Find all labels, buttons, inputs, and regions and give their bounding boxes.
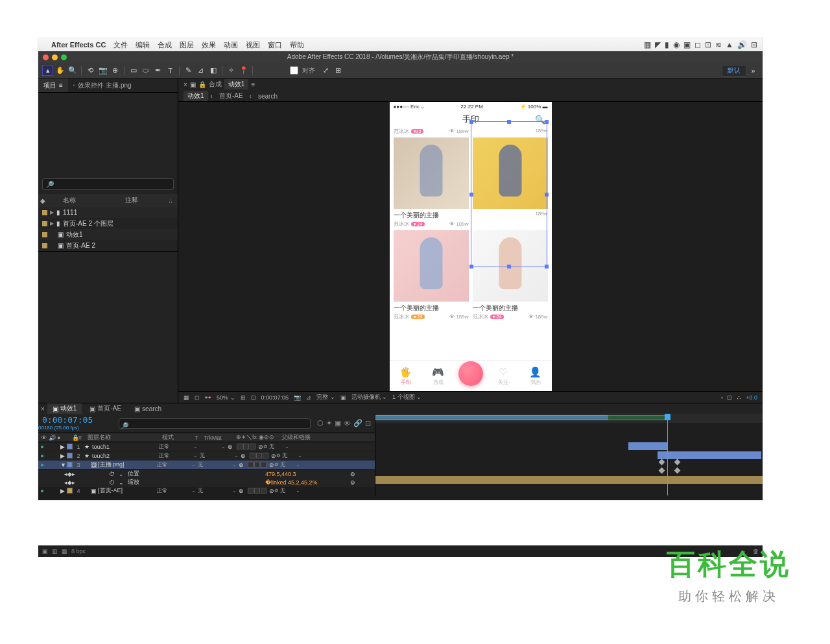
tl-icon[interactable]: ⬡	[317, 419, 324, 427]
views-menu[interactable]: 1 个视图 ⌄	[392, 393, 421, 401]
menu-window[interactable]: 窗口	[268, 40, 282, 50]
layer-row[interactable]: ●▶4▣[首页-AE]正常⌄无⌄⊕⊘⊚ 无⌄	[38, 486, 375, 495]
grid-icon[interactable]: ⊞	[241, 394, 246, 401]
project-items: ▶▮1111 ▶▮首页-AE 2 个图层 ▣动效1 ▣首页-AE 2	[38, 207, 178, 251]
interpret-icon[interactable]: ▣	[42, 548, 48, 555]
crumb[interactable]: search	[254, 91, 281, 101]
menu-animation[interactable]: 动画	[224, 40, 238, 50]
snapshot-icon[interactable]: 📷	[294, 394, 301, 401]
layer-row[interactable]: ●▶1★touch1正常⌄⌄⊕⊘⊚ 无⌄	[38, 442, 375, 451]
layer-row[interactable]: ●▼3🖼[主播.png]正常⌄无⌄⊕⊘⊚ 无⌄	[38, 460, 375, 470]
stopwatch-icon[interactable]: ⏱	[109, 471, 115, 477]
status-icon[interactable]: ◉	[673, 40, 680, 49]
snap-checkbox[interactable]	[290, 66, 298, 75]
tl-icon[interactable]: ▣	[335, 419, 341, 427]
snap-opt-icon[interactable]: ⊞	[333, 65, 344, 76]
property-row[interactable]: ◂◆▸⏱ ⌄ 缩放�linked 45.2,45.2%⊚	[38, 478, 375, 486]
hand-tool[interactable]: ✋	[54, 65, 65, 76]
puppet-tool[interactable]: 📍	[238, 65, 249, 76]
status-icon[interactable]: ≋	[715, 40, 722, 49]
menu-layer[interactable]: 图层	[180, 40, 194, 50]
selection-tool[interactable]: ▴	[42, 65, 53, 76]
resolution-menu[interactable]: 完整 ⌄	[316, 393, 335, 401]
tl-icon[interactable]: ⊡	[365, 419, 371, 427]
roi-icon[interactable]: ▣	[340, 394, 346, 401]
maximize-button[interactable]	[61, 54, 67, 60]
timeline-tab[interactable]: ▣ 首页-AE	[84, 403, 126, 414]
app-window: After Effects CC 文件 编辑 合成 图层 效果 动画 视图 窗口…	[38, 38, 763, 500]
layer-row[interactable]: ●▶2★touch2正常⌄无⌄⊕⊘⊚ 无⌄	[38, 451, 375, 460]
guide-icon[interactable]: ⊡	[251, 394, 256, 401]
new-folder-icon[interactable]: ▥	[52, 548, 58, 555]
crumb[interactable]: 首页-AE	[215, 91, 247, 101]
current-time[interactable]: 0:00:07:05	[38, 414, 116, 425]
eraser-tool[interactable]: ◧	[208, 65, 219, 76]
exposure[interactable]: +0.0	[746, 394, 757, 401]
ellipse-tool[interactable]: ⬭	[140, 65, 151, 76]
roto-tool[interactable]: ✧	[226, 65, 237, 76]
volume-icon[interactable]: 🔊	[737, 40, 747, 49]
project-item[interactable]: ▣首页-AE 2	[38, 240, 178, 251]
property-row[interactable]: ◂◆▸⏱ ⌄ 位置479.5,440.3⊚	[38, 470, 375, 478]
frame-display: 00180 (25.00 fps)	[38, 425, 116, 431]
tl-icon[interactable]: 👁	[344, 420, 351, 427]
tl-icon[interactable]: ✦	[326, 419, 332, 427]
col-name[interactable]: 名称	[47, 196, 125, 205]
timeline-search[interactable]: 🔎	[119, 418, 311, 429]
status-icon[interactable]: ▮	[665, 40, 669, 49]
app-name[interactable]: After Effects CC	[51, 41, 106, 49]
new-comp-icon[interactable]: ▦	[62, 548, 67, 555]
pan-behind-tool[interactable]: ⊕	[110, 65, 121, 76]
timeline-tab[interactable]: ▣ 动效1	[47, 403, 82, 414]
menu-effect[interactable]: 效果	[202, 40, 216, 50]
menu-help[interactable]: 帮助	[290, 40, 304, 50]
text-tool[interactable]: T	[165, 65, 176, 76]
project-tab[interactable]: 项目 ≡	[38, 78, 68, 92]
zoom-menu[interactable]: 50% ⌄	[217, 394, 235, 401]
pen-tool[interactable]: ✒	[152, 65, 163, 76]
menu-view[interactable]: 视图	[246, 40, 260, 50]
camera-menu[interactable]: 活动摄像机 ⌄	[351, 393, 388, 401]
workspace-menu[interactable]: 默认	[722, 65, 746, 77]
composition-viewer[interactable]: ●●●○○ Eric ⌵22:22 PM⚡ 100% ▬ 手印🔍 范冰冰♥23👁…	[178, 102, 763, 391]
minimize-button[interactable]	[52, 54, 58, 60]
current-time-indicator[interactable]	[667, 414, 668, 495]
status-icon[interactable]: ◻	[694, 40, 701, 49]
zoom-tool[interactable]: 🔍	[67, 65, 78, 76]
stopwatch-icon[interactable]: ⏱	[109, 479, 115, 486]
status-icon[interactable]: ◤	[655, 40, 661, 49]
crumb[interactable]: 动效1	[184, 91, 208, 101]
rect-tool[interactable]: ▭	[128, 65, 139, 76]
stream-card: 189w	[473, 137, 548, 228]
status-icon[interactable]: ▲	[726, 40, 733, 49]
alpha-icon[interactable]: ▦	[184, 394, 189, 401]
rotation-tool[interactable]: ⟲	[85, 65, 96, 76]
brush-tool[interactable]: ✎	[183, 65, 194, 76]
menu-file[interactable]: 文件	[113, 40, 128, 50]
camera-tool[interactable]: 📷	[97, 65, 108, 76]
project-item[interactable]: ▣动效1	[38, 229, 178, 240]
menu-edit[interactable]: 编辑	[136, 40, 150, 50]
search-help-icon[interactable]: »	[748, 65, 759, 76]
project-item[interactable]: ▶▮首页-AE 2 个图层	[38, 218, 178, 229]
bpc-toggle[interactable]: 8 bpc	[71, 548, 86, 555]
status-icon[interactable]: ▣	[683, 40, 691, 49]
res-icon[interactable]: ◻	[195, 394, 199, 401]
status-icon[interactable]: ⊟	[751, 40, 757, 49]
close-button[interactable]	[43, 54, 49, 60]
clone-tool[interactable]: ⊿	[195, 65, 206, 76]
status-icon[interactable]: ▦	[644, 40, 651, 49]
project-item[interactable]: ▶▮1111	[38, 207, 178, 218]
timeline-tab[interactable]: ▣ search	[129, 403, 167, 414]
snap-opt-icon[interactable]: ⤢	[320, 65, 331, 76]
menu-composition[interactable]: 合成	[158, 40, 172, 50]
timecode-display[interactable]: 0:00:07:05	[261, 394, 289, 401]
col-comment[interactable]: 注释	[125, 196, 138, 205]
timeline-graph[interactable]: 07s08s07s	[375, 414, 763, 495]
tl-icon[interactable]: 🔗	[353, 419, 362, 427]
mask-icon[interactable]: 👓	[204, 394, 211, 401]
status-icon[interactable]: ⊡	[705, 40, 711, 49]
effect-controls-tab[interactable]: ▫ 效果控件 主播.png	[68, 78, 137, 92]
project-search[interactable]: 🔎	[42, 178, 174, 190]
comp-tab-active[interactable]: 动效1	[224, 79, 249, 89]
